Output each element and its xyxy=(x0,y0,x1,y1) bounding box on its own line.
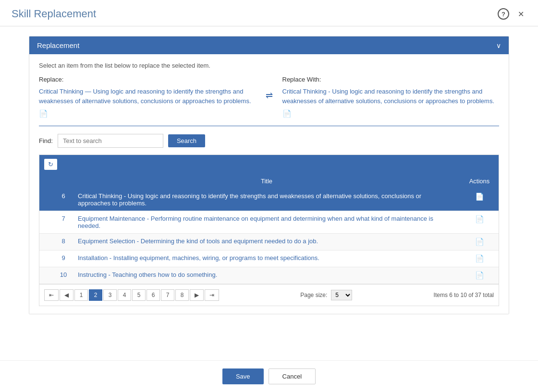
actions-col-header: Actions xyxy=(460,174,499,189)
modal-header: Skill Replacement ? ✕ xyxy=(0,0,538,26)
modal-header-icons: ? ✕ xyxy=(498,8,526,20)
next-page-button[interactable]: ▶ xyxy=(190,289,204,301)
replace-with-label: Replace With: xyxy=(282,76,500,83)
row-action-col[interactable]: 📄 xyxy=(460,250,499,267)
page-8-button[interactable]: 8 xyxy=(175,289,189,301)
row-action-col[interactable]: 📄 xyxy=(460,211,499,234)
row-action-col[interactable]: 📄 xyxy=(460,234,499,250)
page-size-label: Page size: xyxy=(300,292,327,298)
table-wrapper: ↻ Title Actions 6Critical Think xyxy=(39,154,499,306)
pagination-controls: ⇤ ◀ 1 2 3 4 5 6 7 8 ▶ ⇥ xyxy=(44,289,219,301)
page-size-row: Page size: 5 10 25 xyxy=(300,290,352,300)
last-page-button[interactable]: ⇥ xyxy=(205,289,219,301)
pagination-row: ⇤ ◀ 1 2 3 4 5 6 7 8 ▶ ⇥ xyxy=(39,284,499,306)
replace-with-text: Critical Thinking - Using logic and reas… xyxy=(282,87,500,106)
row-checkbox-col xyxy=(39,250,54,267)
chevron-down-icon: ∨ xyxy=(496,42,501,49)
title-col-header: Title xyxy=(73,174,460,189)
divider xyxy=(39,126,499,126)
action-doc-icon[interactable]: 📄 xyxy=(475,254,484,262)
row-number: 9 xyxy=(54,250,73,267)
action-doc-icon[interactable]: 📄 xyxy=(475,192,484,201)
row-checkbox-col xyxy=(39,234,54,250)
search-button[interactable]: Search xyxy=(168,134,205,147)
results-table: Title Actions 6Critical Thinking - Using… xyxy=(39,174,499,284)
modal-footer: Save Cancel xyxy=(0,360,538,392)
page-3-button[interactable]: 3 xyxy=(103,289,117,301)
row-title: Installation - Installing equipment, mac… xyxy=(73,250,460,267)
row-number: 6 xyxy=(54,189,73,211)
modal-title: Skill Replacement xyxy=(12,8,96,20)
action-doc-icon[interactable]: 📄 xyxy=(475,215,484,223)
row-checkbox-col xyxy=(39,189,54,211)
replace-with-doc-icon: 📄 xyxy=(282,109,500,118)
modal-body: Replacement ∨ Select an item from the li… xyxy=(0,26,538,360)
checkbox-col-header xyxy=(39,174,54,189)
replace-label: Replace: xyxy=(39,76,256,83)
save-button[interactable]: Save xyxy=(222,368,264,384)
page-5-button[interactable]: 5 xyxy=(132,289,146,301)
swap-icon-col: ⇌ xyxy=(266,76,273,101)
table-row[interactable]: 8Equipment Selection - Determining the k… xyxy=(39,234,499,250)
table-row[interactable]: 9Installation - Installing equipment, ma… xyxy=(39,250,499,267)
row-title: Instructing - Teaching others how to do … xyxy=(73,267,460,284)
refresh-button[interactable]: ↻ xyxy=(44,159,57,170)
help-button[interactable]: ? xyxy=(498,8,509,20)
row-number: 7 xyxy=(54,211,73,234)
row-number: 8 xyxy=(54,234,73,250)
page-6-button[interactable]: 6 xyxy=(147,289,160,301)
search-input[interactable] xyxy=(58,134,163,148)
modal-overlay: Skill Replacement ? ✕ Replacement ∨ Sele… xyxy=(0,0,538,392)
action-doc-icon[interactable]: 📄 xyxy=(475,238,484,246)
page-4-button[interactable]: 4 xyxy=(118,289,131,301)
page-7-button[interactable]: 7 xyxy=(161,289,174,301)
row-number: 10 xyxy=(54,267,73,284)
row-title: Critical Thinking - Using logic and reas… xyxy=(73,189,460,211)
table-row[interactable]: 6Critical Thinking - Using logic and rea… xyxy=(39,189,499,211)
search-row: Find: Search xyxy=(39,134,499,148)
swap-icon: ⇌ xyxy=(266,90,273,101)
table-body: 6Critical Thinking - Using logic and rea… xyxy=(39,189,499,284)
section-header-label: Replacement xyxy=(37,41,79,49)
row-action-col[interactable]: 📄 xyxy=(460,267,499,284)
page-2-button[interactable]: 2 xyxy=(89,289,102,301)
first-page-button[interactable]: ⇤ xyxy=(44,289,59,301)
page-1-button[interactable]: 1 xyxy=(74,289,88,301)
table-row[interactable]: 7Equipment Maintenance - Performing rout… xyxy=(39,211,499,234)
prev-page-button[interactable]: ◀ xyxy=(60,289,73,301)
find-label: Find: xyxy=(39,137,53,144)
table-header-row: Title Actions xyxy=(39,174,499,189)
table-toolbar: ↻ xyxy=(39,155,499,174)
replace-with-column: Replace With: Critical Thinking - Using … xyxy=(282,76,500,118)
section-instruction: Select an item from the list below to re… xyxy=(39,62,499,69)
section-body: Select an item from the list below to re… xyxy=(29,54,509,314)
section-header: Replacement ∨ xyxy=(29,36,509,54)
page-size-select[interactable]: 5 10 25 xyxy=(331,290,352,300)
row-checkbox-col xyxy=(39,211,54,234)
row-title: Equipment Selection - Determining the ki… xyxy=(73,234,460,250)
replace-row: Replace: Critical Thinking — Using logic… xyxy=(39,76,499,118)
row-title: Equipment Maintenance - Performing routi… xyxy=(73,211,460,234)
row-action-col[interactable]: 📄 xyxy=(460,189,499,211)
replacement-panel: Replacement ∨ Select an item from the li… xyxy=(29,36,509,314)
table-row[interactable]: 10Instructing - Teaching others how to d… xyxy=(39,267,499,284)
cancel-button[interactable]: Cancel xyxy=(269,368,316,384)
action-doc-icon[interactable]: 📄 xyxy=(475,271,484,279)
replace-column: Replace: Critical Thinking — Using logic… xyxy=(39,76,256,118)
no-col-header xyxy=(54,174,73,189)
replace-doc-icon: 📄 xyxy=(39,109,256,118)
close-button[interactable]: ✕ xyxy=(515,8,526,20)
row-checkbox-col xyxy=(39,267,54,284)
replace-text: Critical Thinking — Using logic and reas… xyxy=(39,87,256,106)
page-info: Items 6 to 10 of 37 total xyxy=(434,292,494,298)
